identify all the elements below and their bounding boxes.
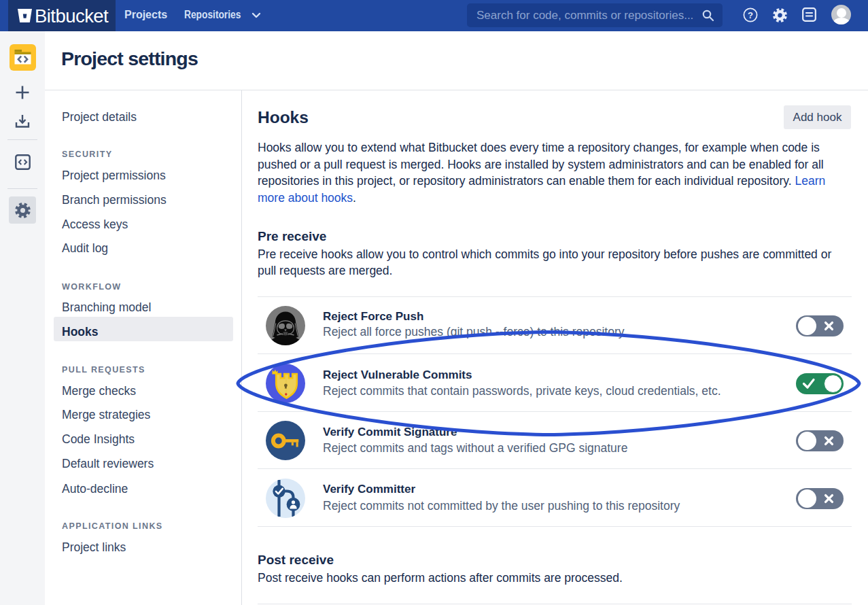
svg-text:?: ? [748, 10, 753, 20]
